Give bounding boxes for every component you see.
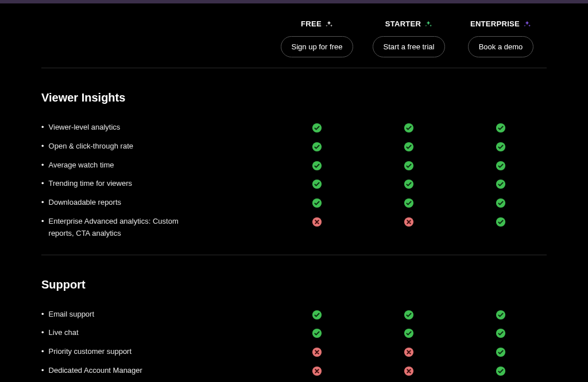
status-cell (455, 178, 547, 189)
check-icon (312, 328, 322, 338)
feature-label-col: •Live chat (41, 327, 271, 339)
plan-name-free: FREE (301, 20, 322, 28)
cross-icon (404, 347, 414, 357)
plan-col-starter: STARTER Start a free trial (363, 20, 455, 57)
bullet-icon: • (41, 216, 44, 228)
plan-col-enterprise: ENTERPRISE Book a demo (455, 20, 547, 57)
feature-label: Enterprise Advanced analytics: Custom re… (49, 216, 198, 240)
feature-label: Dedicated Account Manager (49, 365, 142, 377)
status-cell (363, 216, 455, 227)
status-cell (271, 122, 363, 133)
status-cell (363, 327, 455, 338)
feature-label-col: •Email support (41, 309, 271, 321)
feature-label: Average watch time (49, 159, 114, 171)
status-cell (271, 159, 363, 171)
check-icon (404, 123, 414, 133)
feature-row: •Downloadable reports (41, 193, 547, 212)
start-trial-button[interactable]: Start a free trial (373, 36, 446, 57)
cross-icon (312, 347, 322, 357)
status-cell (271, 216, 363, 227)
plan-name-row-free: FREE (301, 20, 333, 28)
status-cell (455, 327, 547, 338)
feature-label: Downloadable reports (49, 197, 121, 209)
section-viewer-insights: Viewer Insights •Viewer-level analytics•… (41, 68, 547, 255)
feature-row: •Email support (41, 305, 547, 324)
feature-label: Trending time for viewers (49, 178, 132, 190)
status-cell (455, 216, 547, 227)
check-icon (312, 161, 322, 171)
section-title-support: Support (41, 278, 547, 291)
check-icon (404, 310, 414, 320)
feature-row: •Priority customer support (41, 342, 547, 361)
status-cell (271, 141, 363, 152)
feature-label-col: •Open & click-through rate (41, 141, 271, 153)
feature-label-col: •Priority customer support (41, 346, 271, 358)
status-cell (455, 141, 547, 152)
check-icon (496, 142, 506, 152)
status-cell (363, 159, 455, 171)
plan-col-free: FREE Sign up for free (271, 20, 363, 57)
bullet-icon: • (41, 365, 44, 377)
check-icon (312, 198, 322, 208)
feature-row: •Open & click-through rate (41, 137, 547, 156)
cross-icon (404, 366, 414, 376)
check-icon (496, 123, 506, 133)
check-icon (312, 142, 322, 152)
status-cell (363, 141, 455, 152)
status-cell (271, 346, 363, 357)
feature-row: •Trending time for viewers (41, 174, 547, 193)
check-icon (496, 328, 506, 338)
status-cell (363, 178, 455, 189)
status-cell (455, 122, 547, 133)
feature-label-col: •Dedicated Account Manager (41, 365, 271, 377)
section-title-viewer-insights: Viewer Insights (41, 91, 547, 104)
bullet-icon: • (41, 122, 44, 134)
plan-name-enterprise: ENTERPRISE (470, 20, 520, 28)
feature-label: Open & click-through rate (49, 141, 133, 153)
bullet-icon: • (41, 327, 44, 339)
status-cell (455, 365, 547, 376)
cross-icon (312, 217, 322, 227)
feature-row: •Average watch time (41, 156, 547, 175)
check-icon (312, 179, 322, 189)
check-icon (496, 217, 506, 227)
feature-row: •Live chat (41, 323, 547, 342)
status-cell (455, 346, 547, 357)
cross-icon (404, 217, 414, 227)
feature-label-col: •Downloadable reports (41, 197, 271, 209)
status-cell (455, 159, 547, 171)
status-cell (455, 309, 547, 320)
status-cell (455, 197, 547, 208)
plan-name-row-starter: STARTER (385, 20, 433, 28)
feature-label: Viewer-level analytics (49, 122, 121, 134)
check-icon (496, 161, 506, 171)
bullet-icon: • (41, 309, 44, 321)
check-icon (496, 198, 506, 208)
check-icon (312, 123, 322, 133)
check-icon (404, 328, 414, 338)
plan-name-starter: STARTER (385, 20, 421, 28)
check-icon (496, 366, 506, 376)
feature-label-col: •Trending time for viewers (41, 178, 271, 190)
feature-row: •Viewer-level analytics (41, 118, 547, 137)
feature-rows-viewer-insights: •Viewer-level analytics•Open & click-thr… (41, 118, 547, 243)
status-cell (363, 309, 455, 320)
book-demo-button[interactable]: Book a demo (468, 36, 534, 57)
feature-label: Live chat (49, 327, 79, 339)
feature-row: •Enterprise Advanced analytics: Custom r… (41, 212, 547, 243)
status-cell (363, 197, 455, 208)
status-cell (271, 178, 363, 189)
bullet-icon: • (41, 159, 44, 171)
feature-label-col: •Average watch time (41, 159, 271, 171)
check-icon (404, 198, 414, 208)
sparkle-icon (523, 20, 531, 28)
plan-name-row-enterprise: ENTERPRISE (470, 20, 531, 28)
sparkle-icon (325, 20, 333, 28)
status-cell (271, 309, 363, 320)
check-icon (404, 179, 414, 189)
status-cell (271, 327, 363, 338)
signup-free-button[interactable]: Sign up for free (281, 36, 354, 57)
status-cell (271, 197, 363, 208)
check-icon (312, 310, 322, 320)
section-support: Support •Email support•Live chat•Priorit… (41, 255, 547, 382)
